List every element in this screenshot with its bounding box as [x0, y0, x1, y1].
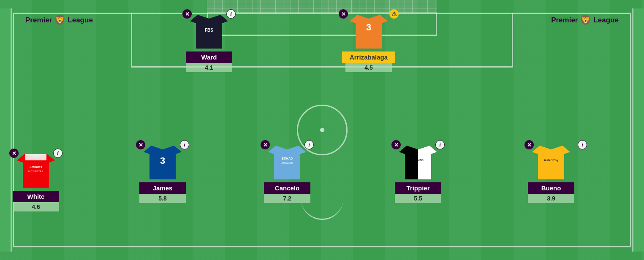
james-name-box: James [139, 182, 186, 194]
cancelo-info-button[interactable]: i [304, 140, 314, 149]
ward-close-button[interactable]: ✕ [182, 9, 192, 19]
white-score-box: 4.6 [13, 202, 59, 211]
player-arrizabalaga: ✕ ⚠ 3 Arrizabalaga 4.5 [342, 13, 395, 72]
james-score: 5.8 [158, 195, 166, 202]
ward-score-box: 4.1 [186, 63, 232, 72]
goal-net [207, 0, 437, 13]
ward-score: 4.1 [205, 64, 213, 71]
trippier-name-box: Trippier [395, 182, 441, 194]
white-info-icon: i [57, 150, 59, 157]
pl-text-left-league: League [68, 16, 93, 24]
svg-text:FBS: FBS [205, 28, 213, 32]
player-cancelo: ✕ i ETIHAD AIRWAYS Cancelo 7.2 [264, 144, 310, 203]
side-bump-left [0, 8, 12, 252]
white-info-button[interactable]: i [53, 149, 62, 158]
cancelo-score: 7.2 [283, 195, 291, 202]
bueno-shirt-svg: AstroPay [532, 144, 570, 181]
cancelo-shirt-svg: ETIHAD AIRWAYS [268, 144, 306, 181]
svg-text:AIRWAYS: AIRWAYS [282, 162, 293, 164]
cancelo-shirt: ETIHAD AIRWAYS [268, 144, 306, 181]
arrizabalaga-close-button[interactable]: ✕ [339, 9, 348, 19]
trippier-info-button[interactable]: i [435, 140, 445, 149]
james-score-box: 5.8 [139, 194, 186, 203]
pitch: Premier 🦁 League Premier 🦁 League ✕ i FB… [0, 0, 644, 260]
cancelo-info-icon: i [308, 141, 310, 148]
svg-text:3: 3 [366, 22, 371, 32]
bueno-shirt: AstroPay [532, 144, 570, 181]
ward-shirt-svg: FBS [190, 13, 228, 51]
arrizabalaga-warn-button[interactable]: ⚠ [389, 9, 399, 19]
white-score: 4.6 [32, 203, 40, 210]
pl-text-left-premier: Premier [25, 16, 52, 24]
ward-close-icon: ✕ [185, 11, 190, 17]
player-bueno: ✕ i AstroPay Bueno 3.9 [528, 144, 574, 203]
goal-area [207, 13, 437, 36]
player-james: ✕ i 3 James 5.8 [139, 144, 186, 203]
white-name: White [27, 193, 45, 200]
player-ward: ✕ i FBS Ward 4.1 [186, 13, 232, 72]
pl-lion-left: 🦁 [54, 15, 65, 26]
james-shirt-svg: 3 [144, 144, 182, 181]
trippier-close-icon: ✕ [394, 142, 399, 148]
side-bump-right [632, 8, 644, 252]
bueno-close-button[interactable]: ✕ [524, 140, 534, 149]
arrizabalaga-close-icon: ✕ [341, 11, 346, 17]
ward-name-box: Ward [186, 51, 232, 63]
trippier-close-button[interactable]: ✕ [391, 140, 401, 149]
trippier-shirt-svg: FUN88 [399, 144, 437, 181]
player-white: ✕ i Emirates FLY BETTER White 4.6 [13, 152, 59, 211]
cancelo-name-box: Cancelo [264, 182, 310, 194]
james-name: James [153, 184, 173, 192]
svg-text:FLY BETTER: FLY BETTER [28, 170, 43, 173]
trippier-score-box: 5.5 [395, 194, 441, 203]
james-info-icon: i [184, 141, 185, 148]
ward-info-icon: i [230, 11, 232, 17]
arrizabalaga-score: 4.5 [364, 64, 372, 71]
svg-text:Emirates: Emirates [30, 165, 42, 168]
arrizabalaga-name: Arrizabalaga [350, 54, 388, 61]
white-close-icon: ✕ [12, 150, 16, 157]
trippier-shirt: FUN88 [399, 144, 437, 181]
bueno-info-icon: i [582, 141, 583, 148]
centre-dot [320, 128, 324, 132]
pl-lion-right: 🦁 [580, 15, 591, 26]
cancelo-close-button[interactable]: ✕ [261, 140, 270, 149]
bueno-name: Bueno [541, 184, 561, 192]
svg-text:3: 3 [160, 155, 165, 166]
bueno-info-button[interactable]: i [578, 140, 587, 149]
arrizabalaga-score-box: 4.5 [345, 63, 392, 72]
ward-info-button[interactable]: i [226, 9, 236, 19]
arrizabalaga-warn-icon: ⚠ [391, 11, 397, 17]
svg-rect-2 [25, 154, 46, 160]
arrizabalaga-shirt: 3 [350, 13, 388, 51]
white-close-button[interactable]: ✕ [9, 149, 19, 158]
james-close-button[interactable]: ✕ [136, 140, 145, 149]
trippier-score: 5.5 [414, 195, 422, 202]
bueno-score-box: 3.9 [528, 194, 574, 203]
trippier-name: Trippier [406, 184, 429, 192]
svg-text:AstroPay: AstroPay [543, 158, 559, 162]
james-shirt: 3 [144, 144, 182, 181]
james-close-icon: ✕ [139, 142, 143, 148]
player-trippier: ✕ i FUN88 Trippier 5.5 [395, 144, 441, 203]
white-name-box: White [13, 191, 59, 202]
pl-text-right-league: League [593, 16, 619, 24]
pl-text-right-premier: Premier [551, 16, 578, 24]
arrizabalaga-name-box: Arrizabalaga [342, 51, 395, 63]
ward-name: Ward [201, 54, 217, 61]
arrizabalaga-shirt-svg: 3 [350, 13, 388, 51]
james-info-button[interactable]: i [180, 140, 189, 149]
cancelo-close-icon: ✕ [263, 142, 268, 148]
pl-logo-right: Premier 🦁 League [551, 15, 619, 26]
cancelo-name: Cancelo [275, 184, 299, 192]
pl-logo-left: Premier 🦁 League [25, 15, 93, 26]
bueno-name-box: Bueno [528, 182, 574, 194]
white-shirt-svg: Emirates FLY BETTER [17, 152, 55, 190]
cancelo-score-box: 7.2 [264, 194, 310, 203]
bueno-close-icon: ✕ [527, 142, 532, 148]
trippier-info-icon: i [439, 141, 441, 148]
svg-text:FUN88: FUN88 [413, 158, 424, 162]
ward-shirt: FBS [190, 13, 228, 51]
bueno-score: 3.9 [547, 195, 555, 202]
white-shirt: Emirates FLY BETTER [17, 152, 55, 190]
